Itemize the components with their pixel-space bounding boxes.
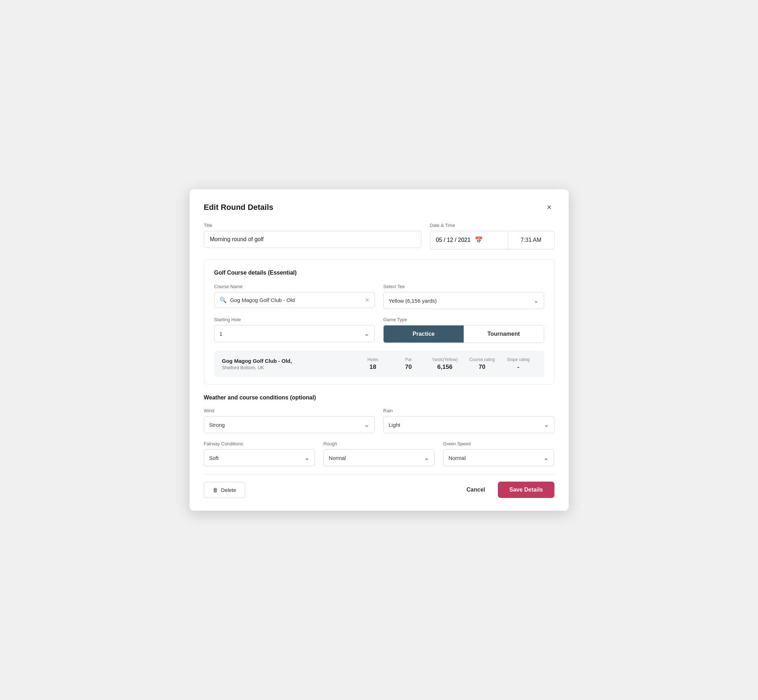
game-type-group: Game Type Practice Tournament: [383, 317, 544, 343]
course-tee-row: Course Name 🔍 Gog Magog Golf Club - Old …: [214, 284, 544, 309]
rough-dropdown[interactable]: Normal ⌄: [324, 449, 434, 466]
chevron-down-icon-2: ⌄: [364, 330, 370, 338]
rough-value: Normal: [329, 455, 346, 461]
course-info-bar: Gog Magog Golf Club - Old, Shelford Bott…: [214, 351, 544, 377]
starting-hole-group: Starting Hole 1 ⌄: [214, 317, 375, 343]
select-tee-value: Yellow (6,156 yards): [388, 298, 437, 304]
yards-label: Yards(Yellow): [432, 357, 458, 362]
conditions-row: Fairway Conditions Soft ⌄ Rough Normal ⌄…: [204, 441, 554, 466]
time-value: 7:31 AM: [521, 237, 542, 243]
datetime-label: Date & Time: [430, 223, 554, 228]
rain-dropdown[interactable]: Light ⌄: [383, 416, 554, 433]
wind-value: Strong: [209, 422, 225, 428]
date-value: 05 / 12 / 2021: [436, 237, 471, 243]
yards-value: 6,156: [437, 364, 453, 370]
par-value: 70: [405, 364, 412, 370]
course-name-value: Gog Magog Golf Club - Old: [230, 297, 362, 303]
datetime-field-group: Date & Time 05 / 12 / 2021 📅 7:31 AM: [430, 223, 554, 249]
green-speed-group: Green Speed Normal ⌄: [443, 441, 554, 466]
par-stat: Par 70: [391, 357, 426, 370]
rain-group: Rain Light ⌄: [383, 408, 554, 433]
chevron-down-icon-5: ⌄: [304, 454, 310, 462]
delete-button[interactable]: 🗑 Delete: [204, 482, 245, 498]
rain-label: Rain: [383, 408, 554, 413]
modal-title: Edit Round Details: [204, 203, 274, 212]
course-info-name-main: Gog Magog Golf Club - Old,: [222, 358, 355, 364]
time-input[interactable]: 7:31 AM: [508, 231, 554, 249]
chevron-down-icon-3: ⌄: [364, 421, 370, 429]
rain-value: Light: [388, 422, 400, 428]
modal-header: Edit Round Details ×: [204, 202, 554, 213]
calendar-icon: 📅: [475, 236, 482, 244]
clear-icon[interactable]: ✕: [365, 297, 370, 303]
select-tee-group: Select Tee Yellow (6,156 yards) ⌄: [383, 284, 544, 309]
date-input[interactable]: 05 / 12 / 2021 📅: [430, 231, 508, 249]
title-label: Title: [204, 223, 421, 228]
top-row: Title Date & Time 05 / 12 / 2021 📅 7:31 …: [204, 223, 554, 249]
par-label: Par: [405, 357, 412, 362]
holes-value: 18: [370, 364, 376, 370]
fairway-label: Fairway Conditions: [204, 441, 315, 446]
golf-section-title: Golf Course details (Essential): [214, 270, 544, 276]
search-icon: 🔍: [219, 297, 227, 303]
title-input[interactable]: [204, 231, 421, 248]
chevron-down-icon-7: ⌄: [543, 454, 549, 462]
yards-stat: Yards(Yellow) 6,156: [426, 357, 464, 370]
footer-right-actions: Cancel Save Details: [461, 481, 554, 498]
starting-hole-label: Starting Hole: [214, 317, 375, 322]
course-rating-value: 70: [479, 364, 485, 370]
fairway-value: Soft: [209, 455, 219, 461]
game-type-label: Game Type: [383, 317, 544, 322]
select-tee-dropdown[interactable]: Yellow (6,156 yards) ⌄: [383, 292, 544, 309]
cancel-button[interactable]: Cancel: [461, 482, 491, 497]
holes-label: Holes: [367, 357, 378, 362]
wind-rain-row: Wind Strong ⌄ Rain Light ⌄: [204, 408, 554, 433]
starting-hole-dropdown[interactable]: 1 ⌄: [214, 325, 375, 342]
weather-section-title: Weather and course conditions (optional): [204, 394, 554, 401]
course-name-label: Course Name: [214, 284, 375, 289]
course-info-location: Shelford Bottom, UK: [222, 365, 355, 370]
weather-section: Weather and course conditions (optional)…: [204, 394, 554, 466]
slope-rating-value: -: [517, 364, 520, 370]
practice-toggle-button[interactable]: Practice: [384, 325, 464, 342]
rough-group: Rough Normal ⌄: [324, 441, 434, 466]
course-name-group: Course Name 🔍 Gog Magog Golf Club - Old …: [214, 284, 375, 309]
modal-footer: 🗑 Delete Cancel Save Details: [204, 474, 554, 498]
green-speed-dropdown[interactable]: Normal ⌄: [443, 449, 554, 466]
tournament-toggle-button[interactable]: Tournament: [464, 325, 544, 342]
game-type-toggle: Practice Tournament: [383, 325, 544, 343]
holes-stat: Holes 18: [355, 357, 391, 370]
slope-rating-stat: Slope rating -: [501, 357, 536, 370]
starting-hole-game-type-row: Starting Hole 1 ⌄ Game Type Practice Tou…: [214, 317, 544, 343]
green-speed-label: Green Speed: [443, 441, 554, 446]
chevron-down-icon: ⌄: [534, 297, 539, 305]
save-button[interactable]: Save Details: [498, 481, 554, 498]
title-field-group: Title: [204, 223, 421, 249]
green-speed-value: Normal: [448, 455, 465, 461]
course-name-input-wrap[interactable]: 🔍 Gog Magog Golf Club - Old ✕: [214, 292, 375, 308]
rough-label: Rough: [324, 441, 434, 446]
wind-group: Wind Strong ⌄: [204, 408, 375, 433]
course-rating-label: Course rating: [469, 357, 495, 362]
select-tee-label: Select Tee: [383, 284, 544, 289]
course-info-name: Gog Magog Golf Club - Old, Shelford Bott…: [222, 358, 355, 370]
chevron-down-icon-4: ⌄: [544, 421, 549, 429]
delete-label: Delete: [221, 487, 236, 493]
fairway-dropdown[interactable]: Soft ⌄: [204, 449, 315, 466]
wind-label: Wind: [204, 408, 375, 413]
chevron-down-icon-6: ⌄: [424, 454, 429, 462]
slope-rating-label: Slope rating: [507, 357, 529, 362]
starting-hole-value: 1: [219, 331, 222, 337]
fairway-group: Fairway Conditions Soft ⌄: [204, 441, 315, 466]
close-button[interactable]: ×: [544, 202, 554, 213]
golf-course-section: Golf Course details (Essential) Course N…: [204, 259, 554, 384]
wind-dropdown[interactable]: Strong ⌄: [204, 416, 375, 433]
course-rating-stat: Course rating 70: [464, 357, 500, 370]
trash-icon: 🗑: [213, 487, 218, 493]
edit-round-modal: Edit Round Details × Title Date & Time 0…: [190, 189, 568, 511]
